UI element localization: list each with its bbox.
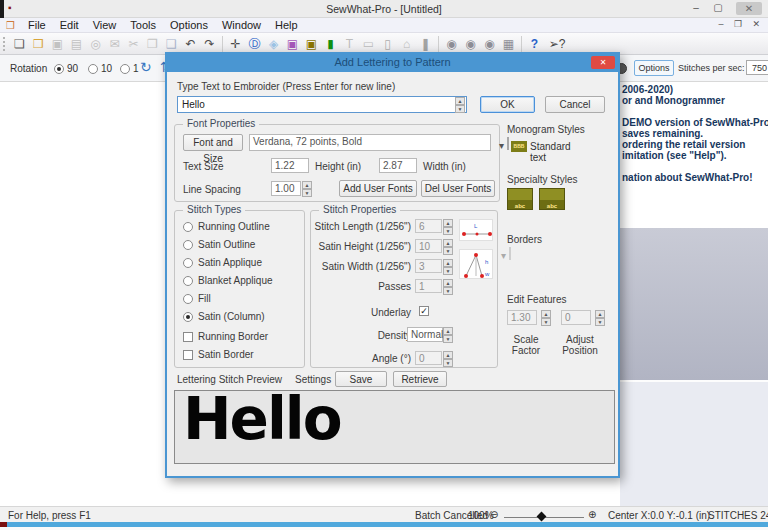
scale-factor-value[interactable]: 1.30 [507,310,537,325]
stitches-per-sec-value[interactable]: 750 [746,60,768,75]
dark-floppy-icon[interactable]: ▣ [302,35,321,53]
specialty-style-button-1[interactable]: abc [507,188,533,210]
copy-icon[interactable]: ❐ [143,35,162,53]
stitch-type-satin-column[interactable]: Satin (Column) [183,311,265,322]
font-and-size-button[interactable]: Font and Size [183,134,243,151]
satin-width-spinner[interactable] [443,259,453,274]
frame-icon[interactable]: ▭ [359,35,378,53]
menu-edit[interactable]: Edit [53,18,86,33]
rotation-10-radio[interactable]: 10 [88,63,112,74]
stitch-length-value[interactable]: 6 [415,219,442,233]
stitch-length-diagram-icon: L [459,219,493,241]
retrieve-settings-button[interactable]: Retrieve [393,371,447,387]
stitch-type-satin-outline[interactable]: Satin Outline [183,239,255,250]
mdi-window-controls[interactable]: – ❐ ✕ [718,19,764,29]
del-user-fonts-button[interactable]: Del User Fonts [421,180,495,197]
menu-file[interactable]: File [21,18,53,33]
line-spacing-label: Line Spacing [183,184,241,195]
angle-value[interactable]: 0 [415,351,442,365]
text-size-label: Text Size [183,161,224,172]
passes-value[interactable]: 1 [415,279,442,293]
text-input-spinner[interactable] [455,97,465,112]
stitch-length-spinner[interactable] [443,219,453,234]
density-spinner[interactable] [443,327,453,342]
undo-icon[interactable]: ↶ [181,35,200,53]
zoom-slider-handle[interactable] [537,512,547,522]
context-help-icon[interactable]: ➢? [544,35,570,53]
save-as-icon[interactable]: ▤ [67,35,86,53]
close-button[interactable]: ✕ [736,2,762,15]
stitch-type-fill[interactable]: Fill [183,293,211,304]
add-user-fonts-button[interactable]: Add User Fonts [339,180,417,197]
tshirt-icon[interactable]: T [340,35,359,53]
monogram-styles-select[interactable]: BBB Standard text [507,137,509,150]
purple-floppy-icon[interactable]: ▣ [283,35,302,53]
find-icon[interactable]: ◎ [86,35,105,53]
grid-icon[interactable]: ▦ [499,35,518,53]
rotate-icon[interactable]: ↻ [140,59,152,75]
specialty-style-button-2[interactable]: abc [539,188,565,210]
thread-spool-icon-1[interactable]: ◉ [442,35,461,53]
maximize-button[interactable]: ▢ [708,2,728,13]
new-file-icon[interactable]: ❏ [10,35,29,53]
needle-icon[interactable]: ❚ [416,35,435,53]
zoom-in-icon[interactable]: ⊕ [588,509,596,520]
letter-d-icon[interactable]: Ⓓ [245,35,264,53]
menu-help[interactable]: Help [268,18,305,33]
thread-spool-icon-2[interactable]: ◉ [461,35,480,53]
menu-tools[interactable]: Tools [123,18,163,33]
line-spacing-value[interactable]: 1.00 [271,181,301,196]
paste-icon[interactable]: ❑ [162,35,181,53]
scale-factor-spinner[interactable] [541,310,551,325]
rotation-1-radio[interactable]: 1 [120,63,139,74]
borders-select[interactable] [509,247,511,260]
satin-width-value[interactable]: 3 [415,259,442,273]
help-icon[interactable]: ? [525,35,544,53]
door-icon[interactable]: ▯ [378,35,397,53]
save-settings-button[interactable]: Save [335,371,387,387]
ok-button[interactable]: OK [480,96,535,113]
height-label: Height (in) [315,161,361,172]
lettering-preview-box: Hello [174,390,615,464]
menu-options[interactable]: Options [163,18,215,33]
save-icon[interactable]: ▣ [48,35,67,53]
move-icon[interactable]: ✛ [226,35,245,53]
adjust-position-value[interactable]: 0 [561,310,591,325]
dialog-close-button[interactable]: ✕ [591,56,615,69]
stitch-type-running-outline[interactable]: Running Outline [183,221,270,232]
satin-height-spinner[interactable] [443,239,453,254]
green-device-icon[interactable]: ▮ [321,35,340,53]
application-window: ▪ SewWhat-Pro - [Untitled] – ▢ ✕ ❒ File … [0,0,768,530]
height-value-field[interactable]: 1.22 [271,158,309,173]
sewing-machine-icon[interactable]: ⌂ [397,35,416,53]
stitch-type-satin-applique[interactable]: Satin Applique [183,257,262,268]
density-select[interactable]: Normal [407,327,443,342]
magnifier-icon[interactable]: ◈ [264,35,283,53]
thread-spool-icon-3[interactable]: ◉ [480,35,499,53]
lettering-stitch-preview-label: Lettering Stitch Preview [177,374,282,385]
stitch-type-running-border[interactable]: Running Border [183,331,268,342]
adjust-position-spinner[interactable] [595,310,605,325]
rotation-90-radio[interactable]: 90 [54,63,78,74]
zoom-out-icon[interactable]: ⊖ [490,509,498,520]
satin-height-value[interactable]: 10 [415,239,442,253]
menu-bar: ❒ File Edit View Tools Options Window He… [0,18,768,33]
stitch-type-blanket-applique[interactable]: Blanket Applique [183,275,273,286]
cancel-button[interactable]: Cancel [545,96,605,113]
width-value-field[interactable]: 2.87 [379,158,417,173]
mail-icon[interactable]: ✉ [105,35,124,53]
embroider-text-input[interactable] [177,96,467,113]
underlay-checkbox[interactable] [419,306,429,316]
angle-spinner[interactable] [443,351,453,366]
minimize-button[interactable]: – [686,2,706,13]
dialog-title-bar[interactable]: Add Lettering to Pattern ✕ [167,54,618,72]
passes-spinner[interactable] [443,279,453,294]
stitch-type-satin-border[interactable]: Satin Border [183,349,254,360]
cut-icon[interactable]: ✂ [124,35,143,53]
line-spacing-spinner[interactable] [302,181,312,196]
open-file-icon[interactable]: ❒ [29,35,48,53]
redo-icon[interactable]: ↷ [200,35,219,53]
options-button[interactable]: Options [634,60,674,76]
menu-view[interactable]: View [86,18,124,33]
menu-window[interactable]: Window [215,18,268,33]
